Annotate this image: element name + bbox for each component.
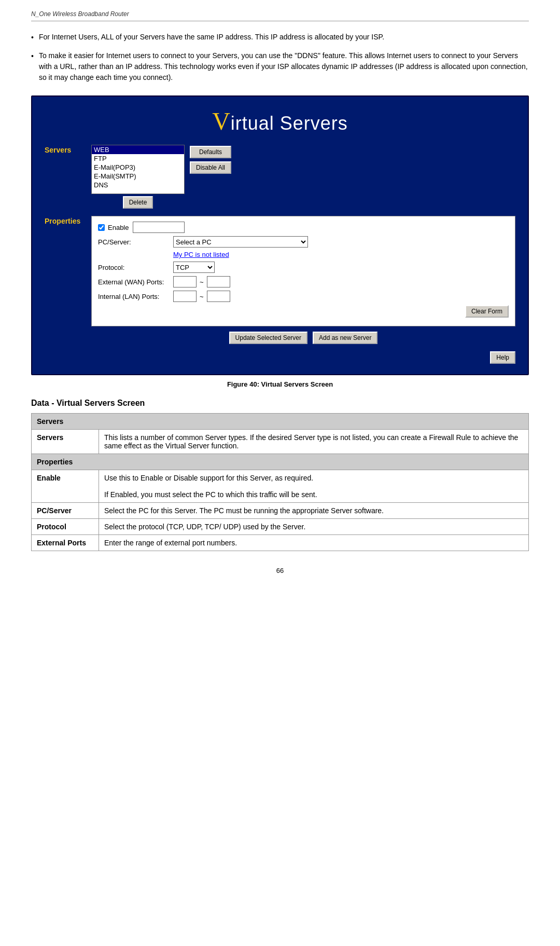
bullet-1: For Internet Users, ALL of your Servers … [31,32,529,43]
add-new-server-button[interactable]: Add as new Server [313,332,377,344]
pc-not-listed-link[interactable]: My PC is not listed [173,251,229,258]
table-section-servers: Servers [32,414,529,430]
server-item-web[interactable]: WEB [92,145,184,154]
external-ports-label: External (WAN) Ports: [98,278,173,286]
clear-form-wrap: Clear Form [98,305,509,318]
table-row-external-ports: External Ports Enter the range of extern… [32,535,529,551]
term-enable: Enable [32,470,99,503]
data-table-body: Servers Servers This lists a number of c… [32,414,529,551]
enable-value-input[interactable]: WEB [133,222,185,233]
vs-title-rest: irtual Servers [231,113,348,134]
external-port-from[interactable]: 80 [173,276,197,287]
def-servers: This lists a number of common Server typ… [99,430,529,454]
external-ports-row: External (WAN) Ports: 80 ~ 80 [98,276,509,287]
server-item-ftp[interactable]: FTP [92,154,184,163]
delete-btn-wrap: Delete [91,196,185,209]
def-protocol: Select the protocol (TCP, UDP, TCP/ UDP)… [99,519,529,535]
pc-server-row: PC/Server: Select a PC [98,236,509,248]
table-row-servers: Servers This lists a number of common Se… [32,430,529,454]
delete-button[interactable]: Delete [123,196,153,209]
table-row-pc-server: PC/Server Select the PC for this Server.… [32,503,529,519]
def-enable: Use this to Enable or Disable support fo… [99,470,529,503]
pc-server-select[interactable]: Select a PC [173,236,308,248]
properties-row: Properties Enable WEB PC/Server: Select … [45,216,515,344]
intro-bullets: For Internet Users, ALL of your Servers … [31,32,529,83]
external-port-to[interactable]: 80 [207,276,230,287]
bullet-2-text: To make it easier for Internet users to … [39,50,529,83]
data-section-title: Data - Virtual Servers Screen [31,399,529,408]
props-area: Enable WEB PC/Server: Select a PC My PC … [91,216,515,326]
pc-not-listed-row: My PC is not listed [98,251,509,258]
term-pc-server: PC/Server [32,503,99,519]
table-row-enable: Enable Use this to Enable or Disable sup… [32,470,529,503]
table-row-protocol: Protocol Select the protocol (TCP, UDP, … [32,519,529,535]
server-listbox[interactable]: WEB FTP E-Mail(POP3) E-Mail(SMTP) DNS [91,145,185,194]
servers-label: Servers [45,145,91,154]
internal-ports-label: Internal (LAN) Ports: [98,293,173,300]
disable-all-button[interactable]: Disable All [190,161,231,174]
servers-area: WEB FTP E-Mail(POP3) E-Mail(SMTP) DNS De… [91,145,515,209]
help-button[interactable]: Help [490,351,515,364]
section-header-properties: Properties [32,454,529,470]
vs-title: Virtual Servers [45,107,515,135]
protocol-select[interactable]: TCP UDP TCP/UDP [173,262,215,273]
vs-title-v: V [212,107,231,135]
server-item-smtp[interactable]: E-Mail(SMTP) [92,172,184,181]
properties-content: Enable WEB PC/Server: Select a PC My PC … [91,216,515,344]
bullet-2: To make it easier for Internet users to … [31,50,529,83]
bullet-1-text: For Internet Users, ALL of your Servers … [39,32,384,43]
server-item-pop3[interactable]: E-Mail(POP3) [92,163,184,172]
servers-buttons: Defaults Disable All [190,146,231,174]
external-tilde: ~ [200,278,204,286]
virtual-servers-ui-box: Virtual Servers Servers WEB FTP E-Mail(P… [31,95,529,375]
defaults-button[interactable]: Defaults [190,146,231,158]
data-table: Servers Servers This lists a number of c… [31,413,529,551]
def-external-ports: Enter the range of external port numbers… [99,535,529,551]
term-external-ports: External Ports [32,535,99,551]
properties-label: Properties [45,216,91,225]
update-selected-button[interactable]: Update Selected Server [229,332,307,344]
pc-server-label: PC/Server: [98,238,173,246]
section-header-servers: Servers [32,414,529,430]
term-protocol: Protocol [32,519,99,535]
internal-port-from[interactable]: 80 [173,291,197,302]
action-buttons: Update Selected Server Add as new Server [91,332,515,344]
enable-checkbox[interactable] [98,224,105,231]
server-item-dns[interactable]: DNS [92,181,184,189]
help-row: Help [45,351,515,364]
server-list-wrap: WEB FTP E-Mail(POP3) E-Mail(SMTP) DNS De… [91,145,185,209]
servers-content: WEB FTP E-Mail(POP3) E-Mail(SMTP) DNS De… [91,145,515,209]
internal-port-to[interactable]: 80 [207,291,230,302]
enable-row: Enable WEB [98,222,509,233]
enable-label: Enable [108,224,129,231]
protocol-row: Protocol: TCP UDP TCP/UDP [98,262,509,273]
header-title: N_One Wireless Broadband Router [31,10,129,18]
figure-caption: Figure 40: Virtual Servers Screen [31,380,529,388]
internal-ports-row: Internal (LAN) Ports: 80 ~ 80 [98,291,509,302]
servers-row: Servers WEB FTP E-Mail(POP3) E-Mail(SMTP… [45,145,515,209]
clear-form-button[interactable]: Clear Form [465,305,509,318]
internal-tilde: ~ [200,293,204,300]
def-pc-server: Select the PC for this Server. The PC mu… [99,503,529,519]
term-servers: Servers [32,430,99,454]
document-header: N_One Wireless Broadband Router [31,10,529,21]
page-number: 66 [31,567,529,574]
protocol-label: Protocol: [98,264,173,271]
table-section-properties: Properties [32,454,529,470]
